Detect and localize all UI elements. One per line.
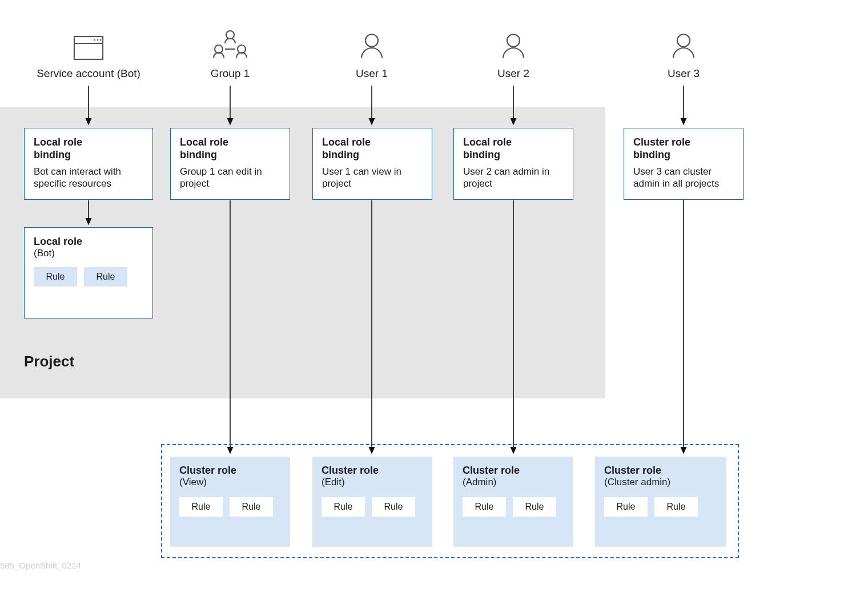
cluster-role-view: Cluster role (View) Rule Rule xyxy=(170,457,290,547)
group-icon xyxy=(209,29,251,64)
cluster-role-rule: Rule xyxy=(654,497,698,517)
user1-icon xyxy=(359,33,385,64)
cluster-role-rule: Rule xyxy=(230,497,273,517)
svg-point-13 xyxy=(94,39,96,41)
binding-user3-title: Cluster role binding xyxy=(633,136,734,161)
local-role-title: Local role xyxy=(34,236,143,248)
binding-user2-body: User 2 can admin in project xyxy=(463,166,564,190)
binding-bot-body: Bot can interact with specific resources xyxy=(34,166,143,190)
cluster-role-admin-subtitle: (Admin) xyxy=(463,477,564,488)
binding-user1-title: Local role binding xyxy=(322,136,423,161)
cluster-role-cadmin-subtitle: (Cluster admin) xyxy=(604,477,717,488)
cluster-role-view-subtitle: (View) xyxy=(179,477,281,488)
service-account-icon xyxy=(73,35,104,63)
cluster-role-edit: Cluster role (Edit) Rule Rule xyxy=(312,457,432,547)
cluster-role-edit-title: Cluster role xyxy=(322,465,423,477)
cluster-role-rule: Rule xyxy=(604,497,648,517)
user2-label: User 2 xyxy=(485,67,542,80)
project-label: Project xyxy=(24,353,74,370)
local-role-subtitle: (Bot) xyxy=(34,248,143,259)
binding-group1-body: Group 1 can edit in project xyxy=(180,166,280,190)
binding-user2-title: Local role binding xyxy=(463,136,564,161)
cluster-role-rule: Rule xyxy=(463,497,506,517)
user2-icon xyxy=(500,33,527,64)
cluster-role-cadmin-title: Cluster role xyxy=(604,465,717,477)
binding-group1: Local role binding Group 1 can edit in p… xyxy=(170,128,290,200)
svg-point-14 xyxy=(97,39,99,41)
cluster-role-rule: Rule xyxy=(513,497,556,517)
cluster-role-admin: Cluster role (Admin) Rule Rule xyxy=(453,457,573,547)
svg-point-15 xyxy=(100,39,102,41)
svg-point-21 xyxy=(507,34,520,47)
user3-label: User 3 xyxy=(655,67,712,80)
svg-point-20 xyxy=(365,34,378,47)
binding-user1-body: User 1 can view in project xyxy=(322,166,423,190)
cluster-role-rule: Rule xyxy=(372,497,415,517)
local-role-bot: Local role (Bot) Rule Rule xyxy=(24,227,153,318)
binding-user3-body: User 3 can cluster admin in all projects xyxy=(633,166,734,190)
binding-user1: Local role binding User 1 can view in pr… xyxy=(312,128,432,200)
svg-point-22 xyxy=(677,34,690,47)
cluster-role-edit-subtitle: (Edit) xyxy=(322,477,423,488)
user1-label: User 1 xyxy=(343,67,400,80)
user3-icon xyxy=(670,33,697,64)
cluster-role-rule: Rule xyxy=(322,497,365,517)
cluster-role-rule: Rule xyxy=(179,497,223,517)
binding-bot-title: Local role binding xyxy=(34,136,143,161)
cluster-role-admin-title: Cluster role xyxy=(463,465,564,477)
cluster-role-cluster-admin: Cluster role (Cluster admin) Rule Rule xyxy=(595,457,726,547)
local-role-rule: Rule xyxy=(84,267,127,287)
service-account-label: Service account (Bot) xyxy=(31,67,146,80)
watermark-label: 585_OpenShift_0224 xyxy=(0,560,81,570)
svg-rect-11 xyxy=(74,37,103,59)
local-role-rule: Rule xyxy=(34,267,77,287)
diagram-canvas: Service account (Bot) Group 1 User 1 xyxy=(0,0,868,605)
group1-label: Group 1 xyxy=(202,67,259,80)
cluster-role-view-title: Cluster role xyxy=(179,465,281,477)
binding-bot: Local role binding Bot can interact with… xyxy=(24,128,153,200)
binding-group1-title: Local role binding xyxy=(180,136,280,161)
binding-user2: Local role binding User 2 can admin in p… xyxy=(453,128,573,200)
binding-user3: Cluster role binding User 3 can cluster … xyxy=(624,128,744,200)
